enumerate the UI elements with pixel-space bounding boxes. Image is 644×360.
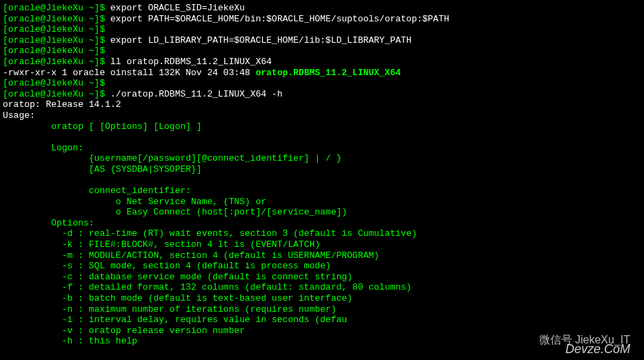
command-text: ./oratop.RDBMS_11.2_LINUX_X64 -h xyxy=(110,89,283,99)
shell-prompt: [oracle@JiekeXu ~]$ xyxy=(3,14,105,24)
connect-option: o Net Service Name, (TNS) or xyxy=(3,197,641,208)
release-line: oratop: Release 14.1.2 xyxy=(3,99,641,110)
terminal-line: [oracle@JiekeXu ~]$ xyxy=(3,78,641,89)
terminal-line: [oracle@JiekeXu ~]$ xyxy=(3,46,641,57)
option-i: -i : interval delay, requires value in s… xyxy=(3,314,641,326)
option-d: -d : real-time (RT) wait events, section… xyxy=(3,228,641,239)
shell-prompt: [oracle@JiekeXu ~]$ xyxy=(3,46,105,56)
usage-label: Usage: xyxy=(3,110,641,121)
shell-prompt: [oracle@JiekeXu ~]$ xyxy=(3,35,105,46)
terminal-line: [oracle@JiekeXu ~]$ xyxy=(3,24,641,35)
terminal-line: [oracle@JiekeXu ~]$ export ORACLE_SID=Ji… xyxy=(3,3,641,14)
shell-prompt: [oracle@JiekeXu ~]$ xyxy=(3,24,105,34)
option-f: -f : detailed format, 132 columns (defau… xyxy=(3,282,641,293)
terminal-line: [oracle@JiekeXu ~]$ ll oratop.RDBMS_11.2… xyxy=(3,57,641,68)
logon-syntax: {username[/password][@connect_identifier… xyxy=(3,153,641,164)
connect-option: o Easy Connect (host[:port]/[service_nam… xyxy=(3,207,641,218)
terminal-line: [oracle@JiekeXu ~]$ ./oratop.RDBMS_11.2_… xyxy=(3,89,641,100)
logon-label: Logon: xyxy=(3,143,641,154)
shell-prompt: [oracle@JiekeXu ~]$ xyxy=(3,89,105,99)
command-text: export PATH=$ORACLE_HOME/bin:$ORACLE_HOM… xyxy=(110,14,449,24)
shell-prompt: [oracle@JiekeXu ~]$ xyxy=(3,3,105,13)
command-text: ll oratop.RDBMS_11.2_LINUX_X64 xyxy=(110,57,272,67)
options-label: Options: xyxy=(3,218,641,229)
watermark-site: Devze.CoM xyxy=(565,342,630,357)
terminal-line: [oracle@JiekeXu ~]$ export PATH=$ORACLE_… xyxy=(3,14,641,25)
option-c: -c : database service mode (default is c… xyxy=(3,272,641,283)
command-text: export LD_LIBRARY_PATH=$ORACLE_HOME/lib:… xyxy=(110,35,412,46)
ls-permissions: -rwxr-xr-x 1 oracle oinstall 132K Nov 24… xyxy=(3,68,256,78)
connect-label: connect_identifier: xyxy=(3,186,641,197)
option-m: -m : MODULE/ACTION, section 4 (default i… xyxy=(3,250,641,261)
ls-filename: oratop.RDBMS_11.2_LINUX_X64 xyxy=(256,68,401,78)
ls-output: -rwxr-xr-x 1 oracle oinstall 132K Nov 24… xyxy=(3,68,641,79)
logon-syntax: [AS {SYSDBA|SYSOPER}] xyxy=(3,164,641,175)
terminal-line: [oracle@JiekeXu ~]$ export LD_LIBRARY_PA… xyxy=(3,35,641,46)
option-k: -k : FILE#:BLOCK#, section 4 lt is (EVEN… xyxy=(3,239,641,250)
option-b: -b : batch mode (default is text-based u… xyxy=(3,293,641,304)
shell-prompt: [oracle@JiekeXu ~]$ xyxy=(3,57,105,67)
shell-prompt: [oracle@JiekeXu ~]$ xyxy=(3,78,105,88)
command-text: export ORACLE_SID=JiekeXu xyxy=(110,3,245,13)
option-s: -s : SQL mode, section 4 (default is pro… xyxy=(3,261,641,272)
option-n: -n : maximum number of iterations (requi… xyxy=(3,304,641,315)
usage-syntax: oratop [ [Options] [Logon] ] xyxy=(3,121,641,132)
